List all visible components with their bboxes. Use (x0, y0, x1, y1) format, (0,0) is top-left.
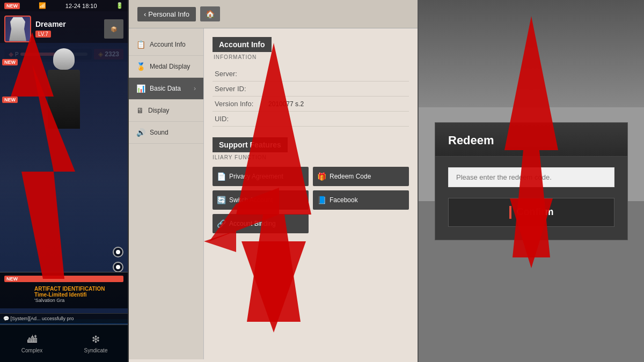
sound-label: Sound (150, 129, 169, 136)
redeem-title-bar: Redeem (435, 123, 627, 157)
basic-data-chevron-icon: › (194, 85, 196, 92)
banner-subtitle: 'Salvation Gra (34, 298, 105, 303)
redeem-code-input[interactable] (448, 167, 614, 187)
event-banner[interactable]: NEW ARTIFACT IDENTIFICATION Time-Limited… (0, 272, 128, 308)
settings-header: ‹ Personal Info 🏠 (129, 0, 418, 28)
nav-complex-label: Complex (21, 348, 42, 353)
basic-data-label: Basic Data (150, 85, 181, 92)
redeem-bg-top (419, 0, 644, 107)
server-id-label: Server ID: (215, 85, 268, 93)
server-label: Server: (215, 70, 268, 78)
account-info-subheader: INFORMATION (213, 54, 409, 60)
switch-label: Switch Account (229, 196, 273, 204)
bottom-nav: 🏙 Complex ❇ Syndicate (0, 324, 128, 362)
wifi-icon: 📶 (39, 2, 46, 9)
medal-display-icon: 🏅 (136, 62, 145, 71)
version-label: Version Info: (215, 100, 268, 108)
player-name: Dreamer (35, 20, 100, 28)
support-features-subheader: ILIARY FUNCTION (213, 154, 409, 160)
account-info-header: Account Info (213, 37, 272, 52)
privacy-icon: 📄 (217, 172, 226, 181)
redeem-code-button[interactable]: 🎁 Redeem Code (313, 167, 409, 186)
uid-row: UID: (213, 112, 409, 127)
uid-label: UID: (215, 115, 268, 123)
inventory-icon[interactable]: 📦 (104, 19, 123, 39)
sidebar-item-sound[interactable]: 🔊 Sound (129, 122, 203, 144)
sidebar-item-basic-data[interactable]: 📊 Basic Data › (129, 78, 203, 100)
system-msg-text: [System][Ad... uccessfully pro (11, 316, 74, 321)
switch-icon: 🔄 (217, 196, 226, 204)
back-button[interactable]: ‹ Personal Info (137, 7, 196, 21)
facebook-button[interactable]: 📘 Facebook (313, 190, 409, 210)
banner-artifact-label: ARTIFACT IDENTIFICATION (34, 286, 105, 292)
version-row: Version Info: 2010077 s.2 (213, 97, 409, 112)
confirm-accent (509, 206, 511, 219)
new-label-1: NEW (2, 59, 18, 65)
new-badge: NEW (4, 3, 20, 9)
server-id-row: Server ID: (213, 82, 409, 97)
redeem-label: Redeem Code (330, 173, 371, 180)
battery-icon: 🔋 (116, 2, 123, 9)
account-binding-button[interactable]: 🔗 Account Binding (213, 214, 309, 233)
sidebar-item-account-info[interactable]: 📋 Account Info (129, 34, 203, 56)
sidebar-item-medal-display[interactable]: 🏅 Medal Display (129, 56, 203, 78)
support-features-section: Support Features ILIARY FUNCTION 📄 Priva… (213, 137, 409, 233)
new-label-2: NEW (2, 97, 18, 103)
switch-account-button[interactable]: 🔄 Switch Account (213, 190, 309, 210)
banner-new-badge: NEW (4, 276, 123, 282)
display-label: Display (148, 107, 169, 114)
player-info: Dreamer LV.7 (35, 20, 100, 38)
version-value: 2010077 s.2 (268, 100, 304, 108)
account-info-label: Account Info (150, 41, 186, 48)
account-info-icon: 📋 (136, 40, 145, 49)
privacy-label: Privacy Agreement (229, 173, 283, 180)
facebook-icon: 📘 (317, 196, 326, 204)
redeem-panel: Redeem Confirm (419, 0, 644, 362)
nav-syndicate[interactable]: ❇ Syndicate (64, 325, 128, 362)
home-icon: 🏠 (206, 10, 215, 18)
display-icon: 🖥 (136, 106, 144, 115)
redeem-body: Confirm (435, 157, 627, 240)
avatar-silhouette (7, 17, 28, 41)
basic-data-icon: 📊 (136, 84, 145, 93)
redeem-modal: Redeem Confirm (435, 122, 628, 240)
player-level: LV.7 (35, 31, 51, 38)
scroll-dot-2[interactable] (113, 262, 123, 272)
home-button[interactable]: 🏠 (200, 6, 220, 21)
settings-content: 📋 Account Info 🏅 Medal Display 📊 Basic D… (129, 28, 418, 359)
facebook-label: Facebook (330, 196, 358, 204)
scroll-dot-1[interactable] (113, 247, 123, 257)
avatar (4, 16, 31, 42)
account-info-section: Account Info INFORMATION Server: Server … (213, 37, 409, 127)
banner-title: Time-Limited Identifi (34, 292, 105, 298)
sidebar-item-display[interactable]: 🖥 Display (129, 100, 203, 122)
back-chevron-icon: ‹ (144, 10, 146, 18)
player-header: Dreamer LV.7 📦 (0, 11, 128, 47)
syndicate-icon: ❇ (92, 334, 100, 345)
nav-complex[interactable]: 🏙 Complex (0, 325, 64, 362)
settings-main: Account Info INFORMATION Server: Server … (204, 28, 418, 359)
sound-icon: 🔊 (136, 128, 145, 137)
binding-label: Account Binding (229, 220, 276, 227)
medal-display-label: Medal Display (150, 63, 190, 70)
server-row: Server: (213, 67, 409, 82)
privacy-agreement-button[interactable]: 📄 Privacy Agreement (213, 167, 309, 186)
confirm-button[interactable]: Confirm (448, 198, 614, 227)
system-message: 💬 [System][Ad... uccessfully pro (0, 313, 128, 323)
settings-panel: ‹ Personal Info 🏠 📋 Account Info 🏅 Medal… (129, 0, 419, 362)
settings-sidebar: 📋 Account Info 🏅 Medal Display 📊 Basic D… (129, 28, 204, 359)
back-label: Personal Info (148, 10, 189, 18)
support-buttons-grid: 📄 Privacy Agreement 🎁 Redeem Code 🔄 Swit… (213, 167, 409, 233)
time-display: 12-24 18:10 (65, 3, 97, 9)
redeem-icon: 🎁 (317, 172, 326, 181)
game-panel: NEW 📶 12-24 18:10 🔋 Dreamer LV.7 📦 ◆ P (0, 0, 129, 362)
support-features-header: Support Features (213, 137, 288, 152)
scroll-indicators (113, 247, 123, 272)
nav-syndicate-label: Syndicate (84, 348, 108, 353)
status-bar: NEW 📶 12-24 18:10 🔋 (0, 0, 128, 11)
binding-icon: 🔗 (217, 219, 226, 228)
redeem-title: Redeem (448, 134, 494, 147)
complex-icon: 🏙 (27, 334, 37, 345)
confirm-label: Confirm (517, 206, 554, 218)
